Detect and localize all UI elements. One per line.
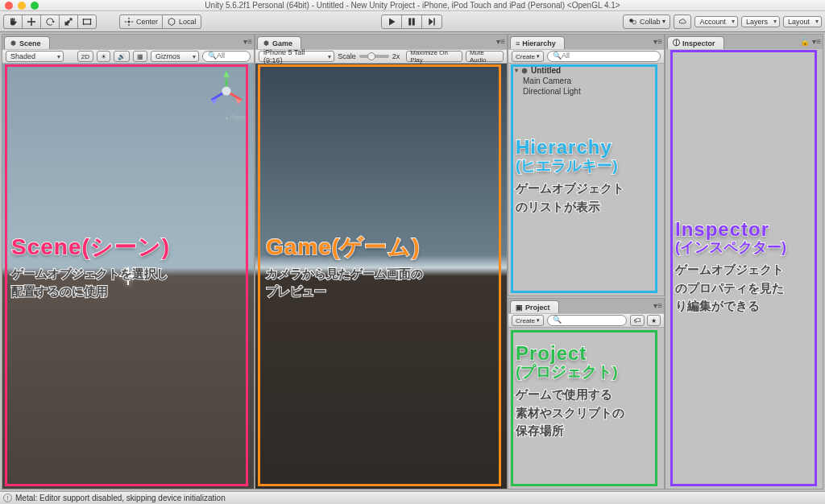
scene-2d-toggle[interactable]: 2D bbox=[77, 51, 93, 62]
panel-menu-icon[interactable]: ▾≡ bbox=[243, 37, 252, 46]
svg-rect-1 bbox=[83, 19, 85, 20]
project-create-button[interactable]: Create ▾ bbox=[512, 315, 544, 326]
scene-panel: Scene ▾≡ Shaded 2D ☀ 🔊 ▦ Gizmos 🔍All bbox=[2, 34, 255, 490]
hand-tool-button[interactable] bbox=[3, 14, 23, 29]
project-favorites-icon[interactable]: ★ bbox=[647, 315, 661, 326]
zoom-traffic-light[interactable] bbox=[31, 2, 39, 10]
rotate-tool-button[interactable] bbox=[40, 14, 60, 29]
hierarchy-panel: ≡Hierarchy ▾≡ Create ▾ 🔍All ▾Untitled Ma… bbox=[508, 34, 665, 296]
scene-persp-label: ◂ Persp bbox=[224, 114, 249, 122]
scene-camera-icon bbox=[119, 267, 137, 285]
scene-view[interactable]: y z x ◂ Persp bbox=[2, 64, 254, 489]
hierarchy-create-button[interactable]: Create ▾ bbox=[512, 51, 544, 62]
svg-rect-6 bbox=[408, 18, 411, 25]
game-display-dropdown[interactable]: iPhone 5 Tall (9:16) bbox=[259, 51, 334, 62]
close-traffic-light[interactable] bbox=[5, 2, 13, 10]
project-search-input[interactable]: 🔍 bbox=[547, 315, 627, 326]
scene-light-toggle-icon[interactable]: ☀ bbox=[97, 51, 110, 62]
scene-orientation-gizmo[interactable]: y z x bbox=[204, 68, 249, 114]
svg-rect-3 bbox=[83, 23, 85, 25]
svg-rect-0 bbox=[84, 19, 91, 24]
scene-search-input[interactable]: 🔍All bbox=[202, 51, 251, 62]
unity-scene-icon bbox=[10, 39, 17, 47]
game-mute-toggle[interactable]: Mute Audio bbox=[466, 51, 504, 62]
panel-menu-icon[interactable]: ▾≡ bbox=[496, 37, 505, 46]
collab-button[interactable]: Collab▾ bbox=[623, 14, 671, 29]
hierarchy-scene-row[interactable]: ▾Untitled bbox=[512, 65, 661, 76]
status-bar: ! Metal: Editor support disabled, skippi… bbox=[0, 491, 825, 504]
game-scale-value: 2x bbox=[392, 52, 400, 60]
svg-text:z: z bbox=[215, 101, 218, 107]
unity-scene-icon bbox=[520, 67, 529, 75]
inspector-tab[interactable]: ⓘInspector bbox=[667, 36, 724, 49]
unity-game-icon bbox=[263, 39, 270, 47]
svg-point-5 bbox=[128, 20, 131, 23]
panel-menu-icon[interactable]: ▾≡ bbox=[653, 301, 662, 310]
hierarchy-search-input[interactable]: 🔍All bbox=[547, 51, 661, 62]
main-toolbar: Center Local Collab▾ Account Layers Layo… bbox=[0, 11, 825, 32]
svg-rect-7 bbox=[412, 18, 415, 25]
window-title: Unity 5.6.2f1 Personal (64bit) - Untitle… bbox=[0, 0, 825, 11]
layers-dropdown[interactable]: Layers bbox=[741, 16, 780, 27]
project-filter-icon[interactable]: 🏷 bbox=[630, 315, 645, 326]
svg-rect-4 bbox=[90, 23, 92, 25]
project-panel: ▣Project ▾≡ Create ▾ 🔍 🏷 ★ bbox=[508, 298, 665, 490]
hierarchy-item[interactable]: Main Camera bbox=[512, 76, 661, 86]
window-titlebar: Unity 5.6.2f1 Personal (64bit) - Untitle… bbox=[0, 0, 825, 11]
svg-point-14 bbox=[222, 86, 230, 95]
project-tab[interactable]: ▣Project bbox=[510, 300, 559, 313]
inspector-panel: ⓘInspector 🔒 ▾≡ bbox=[665, 34, 823, 490]
status-message: Metal: Editor support disabled, skipping… bbox=[15, 494, 226, 502]
minimize-traffic-light[interactable] bbox=[18, 2, 26, 10]
scene-shading-dropdown[interactable]: Shaded bbox=[6, 51, 64, 62]
game-maximize-toggle[interactable]: Maximize On Play bbox=[406, 51, 462, 62]
game-scale-label: Scale bbox=[338, 52, 356, 60]
game-tab[interactable]: Game bbox=[257, 36, 301, 49]
pause-button[interactable] bbox=[401, 14, 422, 29]
game-view[interactable] bbox=[255, 64, 507, 489]
scene-gizmos-dropdown[interactable]: Gizmos bbox=[151, 51, 199, 62]
layout-dropdown[interactable]: Layout bbox=[783, 16, 822, 27]
scene-tab[interactable]: Scene bbox=[4, 36, 50, 49]
rect-tool-button[interactable] bbox=[77, 14, 97, 29]
step-button[interactable] bbox=[421, 14, 442, 29]
svg-rect-2 bbox=[90, 19, 92, 20]
play-button[interactable] bbox=[381, 14, 402, 29]
game-scale-slider[interactable] bbox=[359, 55, 389, 58]
account-dropdown[interactable]: Account bbox=[694, 16, 738, 27]
svg-point-10 bbox=[632, 20, 636, 24]
panel-menu-icon[interactable]: 🔒 ▾≡ bbox=[800, 37, 821, 46]
scale-tool-button[interactable] bbox=[59, 14, 78, 29]
game-panel: Game ▾≡ iPhone 5 Tall (9:16) Scale 2x Ma… bbox=[255, 34, 508, 490]
status-info-icon[interactable]: ! bbox=[3, 494, 12, 502]
scene-audio-toggle-icon[interactable]: 🔊 bbox=[114, 51, 130, 62]
svg-rect-8 bbox=[433, 18, 435, 25]
move-tool-button[interactable] bbox=[22, 14, 41, 29]
pivot-local-button[interactable]: Local bbox=[162, 14, 201, 29]
panel-menu-icon[interactable]: ▾≡ bbox=[653, 37, 662, 46]
cloud-button[interactable] bbox=[674, 14, 691, 29]
hierarchy-tab[interactable]: ≡Hierarchy bbox=[510, 36, 565, 49]
hierarchy-item[interactable]: Directional Light bbox=[512, 86, 661, 97]
scene-fx-toggle-icon[interactable]: ▦ bbox=[133, 51, 147, 62]
pivot-center-button[interactable]: Center bbox=[119, 14, 163, 29]
